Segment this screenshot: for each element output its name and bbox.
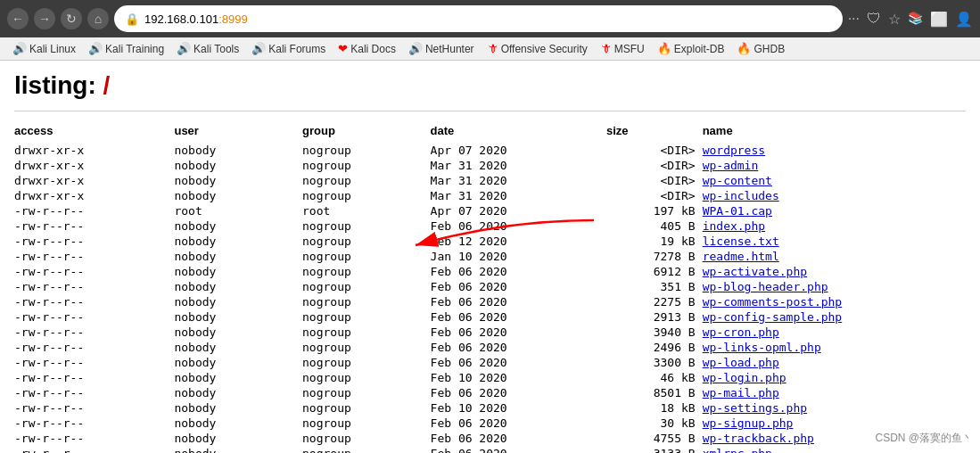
home-button[interactable]: ⌂: [87, 8, 109, 29]
shield-icon[interactable]: 🛡: [867, 11, 881, 28]
file-cell: Feb 06 2020: [431, 431, 606, 446]
file-cell: -rw-r--r--: [14, 400, 174, 416]
root-slash[interactable]: /: [103, 71, 111, 99]
bookmark-ghdb[interactable]: 🔥 GHDB: [731, 40, 790, 57]
file-cell: -rw-r--r--: [14, 446, 174, 453]
file-link[interactable]: wp-login.php: [703, 371, 786, 384]
file-cell: Feb 12 2020: [431, 234, 606, 249]
header-name: name: [703, 122, 966, 143]
bookmark-exploit-db-label: Exploit-DB: [674, 43, 725, 55]
file-cell: -rw-r--r--: [14, 385, 174, 400]
file-name-cell[interactable]: wp-activate.php: [703, 264, 966, 279]
file-name-cell[interactable]: xmlrpc.php: [703, 446, 966, 453]
bookmark-kali-docs[interactable]: ❤ Kali Docs: [333, 40, 401, 57]
file-name-cell[interactable]: wp-comments-post.php: [703, 294, 966, 309]
file-cell: Feb 06 2020: [431, 309, 606, 325]
file-name-cell[interactable]: wp-links-opml.php: [703, 340, 966, 355]
profile-icon[interactable]: 👤: [955, 11, 973, 28]
table-row: -rw-r--r--rootrootApr 07 2020197 kBWPA-0…: [14, 203, 966, 218]
file-link[interactable]: wp-content: [703, 174, 772, 187]
star-icon[interactable]: ☆: [888, 11, 901, 28]
file-name-cell[interactable]: readme.html: [703, 249, 966, 264]
more-icon[interactable]: ···: [848, 11, 860, 28]
file-cell: nogroup: [302, 264, 431, 279]
forward-button[interactable]: →: [34, 8, 55, 29]
file-cell: drwxr-xr-x: [14, 158, 174, 173]
file-link[interactable]: WPA-01.cap: [703, 204, 772, 218]
bookmark-kali-forums[interactable]: 🔊 Kali Forums: [246, 40, 331, 57]
file-cell: Apr 07 2020: [431, 143, 606, 158]
tab-icon[interactable]: ⬜: [930, 11, 948, 28]
reload-button[interactable]: ↻: [61, 8, 82, 29]
bookmark-offensive-security-label: Offensive Security: [501, 43, 588, 55]
file-name-cell[interactable]: wp-content: [703, 173, 966, 188]
bookmark-offensive-security[interactable]: 🗡 Offensive Security: [482, 40, 593, 57]
file-link[interactable]: wordpress: [703, 144, 765, 157]
bookmark-kali-training[interactable]: 🔊 Kali Training: [83, 40, 169, 57]
library-icon[interactable]: 📚: [908, 11, 923, 28]
bookmark-nethunter[interactable]: 🔊 NetHunter: [403, 40, 480, 57]
file-name-cell[interactable]: wp-settings.php: [703, 400, 966, 416]
file-link[interactable]: wp-config-sample.php: [703, 310, 843, 324]
address-bar[interactable]: 🔒 192.168.0.101:8999: [114, 5, 843, 32]
file-name-cell[interactable]: wp-admin: [703, 158, 966, 173]
bookmark-kali-linux-label: Kali Linux: [29, 43, 76, 55]
file-name-cell[interactable]: wp-config-sample.php: [703, 309, 966, 325]
file-name-cell[interactable]: wp-mail.php: [703, 385, 966, 400]
table-row: -rw-r--r--nobodynogroupFeb 12 202019 kBl…: [14, 234, 966, 249]
file-cell: 18 kB: [606, 400, 703, 416]
table-row: -rw-r--r--nobodynogroupFeb 06 20208501 B…: [14, 385, 966, 400]
file-name-cell[interactable]: wp-cron.php: [703, 325, 966, 340]
file-link[interactable]: wp-comments-post.php: [703, 295, 843, 309]
file-name-cell[interactable]: wordpress: [703, 143, 966, 158]
file-link[interactable]: wp-admin: [703, 159, 759, 172]
file-name-cell[interactable]: WPA-01.cap: [703, 203, 966, 218]
file-link[interactable]: readme.html: [703, 250, 779, 263]
file-cell: 197 kB: [606, 203, 703, 218]
file-link[interactable]: wp-links-opml.php: [703, 341, 821, 354]
bookmark-exploit-db[interactable]: 🔥 Exploit-DB: [652, 40, 730, 57]
bookmark-kali-tools[interactable]: 🔊 Kali Tools: [171, 40, 244, 57]
file-cell: 405 B: [606, 218, 703, 234]
file-link[interactable]: wp-settings.php: [703, 401, 807, 415]
bookmark-kali-docs-label: Kali Docs: [350, 43, 396, 55]
file-name-cell[interactable]: wp-signup.php: [703, 416, 966, 431]
bookmark-kali-linux[interactable]: 🔊 Kali Linux: [7, 40, 81, 57]
bookmark-msfu[interactable]: 🗡 MSFU: [595, 40, 650, 57]
file-link[interactable]: wp-blog-header.php: [703, 280, 828, 293]
file-cell: nogroup: [302, 416, 431, 431]
file-name-cell[interactable]: wp-includes: [703, 188, 966, 203]
file-link[interactable]: wp-includes: [703, 189, 779, 202]
file-cell: nobody: [174, 218, 302, 234]
file-name-cell[interactable]: wp-login.php: [703, 370, 966, 385]
file-cell: nobody: [174, 143, 302, 158]
header-date: date: [431, 122, 606, 143]
file-name-cell[interactable]: wp-blog-header.php: [703, 279, 966, 294]
file-link[interactable]: wp-signup.php: [703, 416, 794, 430]
file-link[interactable]: index.php: [703, 219, 765, 233]
file-cell: 351 B: [606, 279, 703, 294]
table-row: -rw-r--r--nobodynogroupFeb 06 20204755 B…: [14, 431, 966, 446]
file-cell: 19 kB: [606, 234, 703, 249]
kali-forums-icon: 🔊: [251, 42, 266, 55]
file-link[interactable]: wp-load.php: [703, 356, 779, 369]
file-link[interactable]: wp-mail.php: [703, 386, 779, 399]
file-name-cell[interactable]: wp-load.php: [703, 355, 966, 370]
file-name-cell[interactable]: index.php: [703, 218, 966, 234]
file-link[interactable]: wp-activate.php: [703, 265, 807, 278]
file-cell: -rw-r--r--: [14, 325, 174, 340]
file-link[interactable]: xmlrpc.php: [703, 447, 772, 453]
back-button[interactable]: ←: [7, 8, 29, 29]
file-cell: <DIR>: [606, 143, 703, 158]
file-link[interactable]: wp-cron.php: [703, 325, 779, 339]
page-content: listing: / access user group date size n…: [0, 61, 980, 453]
file-cell: drwxr-xr-x: [14, 188, 174, 203]
file-link[interactable]: license.txt: [703, 235, 779, 248]
offensive-security-icon: 🗡: [487, 42, 498, 55]
file-name-cell[interactable]: license.txt: [703, 234, 966, 249]
file-link[interactable]: wp-trackback.php: [703, 432, 814, 445]
ghdb-icon: 🔥: [737, 42, 751, 55]
file-cell: -rw-r--r--: [14, 279, 174, 294]
kali-tools-icon: 🔊: [177, 42, 191, 55]
file-cell: nogroup: [302, 158, 431, 173]
